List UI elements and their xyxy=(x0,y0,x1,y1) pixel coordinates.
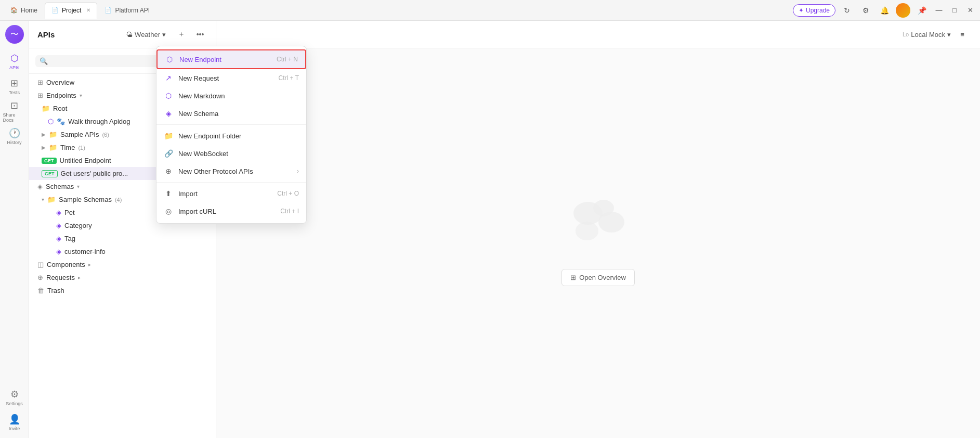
empty-illustration xyxy=(567,194,630,261)
content-header: Lo Local Mock ▾ ≡ xyxy=(216,21,980,48)
dropdown-new-folder[interactable]: 📁 New Endpoint Folder xyxy=(156,127,306,145)
customer-info-label: customer-info xyxy=(64,248,106,255)
tab-project-label: Project xyxy=(62,7,81,14)
sidebar-item-apis[interactable]: ⬡ APIs xyxy=(3,50,26,73)
tree-requests[interactable]: ⊕ Requests ▸ xyxy=(29,271,216,284)
new-schema-label: New Schema xyxy=(178,110,299,118)
get-outline-badge: GET xyxy=(42,170,58,177)
new-markdown-icon: ⬡ xyxy=(164,91,173,100)
workspace-selector[interactable]: 🌤 Weather ▾ xyxy=(122,29,170,41)
search-box[interactable]: 🔍 xyxy=(35,55,172,67)
walkthrough-emoji: 🐾 xyxy=(57,118,65,125)
new-endpoint-icon: ⬡ xyxy=(165,55,174,64)
sample-schemas-count: (4) xyxy=(115,197,122,203)
tab-platform-api-label: Platform API xyxy=(115,7,150,14)
avatar[interactable] xyxy=(896,3,910,18)
nav-bottom: ⚙ Settings 👤 Invite xyxy=(3,386,26,434)
sidebar-item-history[interactable]: 🕐 History xyxy=(3,125,26,148)
tree-trash[interactable]: 🗑 Trash xyxy=(29,284,216,297)
settings-label: Settings xyxy=(6,401,23,406)
svg-point-2 xyxy=(598,212,624,233)
search-input[interactable] xyxy=(50,57,168,65)
tests-icon: ⊞ xyxy=(10,78,18,89)
dropdown-new-schema[interactable]: ◈ New Schema xyxy=(156,105,306,122)
untitled-endpoint-label: Untitled Endpoint xyxy=(60,157,111,164)
sidebar-item-settings[interactable]: ⚙ Settings xyxy=(3,386,26,409)
create-dropdown: ⬡ New Endpoint Ctrl + N ↗ New Request Ct… xyxy=(156,46,307,224)
dropdown-new-markdown[interactable]: ⬡ New Markdown xyxy=(156,87,306,105)
sample-schemas-label: Sample Schemas xyxy=(59,196,112,203)
workspace-label: Weather xyxy=(135,31,160,38)
requests-chevron: ▸ xyxy=(78,275,81,280)
panel-title: APIs xyxy=(37,30,117,39)
walkthrough-label: Walk through Apidog xyxy=(68,118,130,125)
main-layout: 〜 ⬡ APIs ⊞ Tests ⊡ Share Docs 🕐 History … xyxy=(0,21,980,438)
title-bar: 🏠 Home 📄 Project ✕ 📄 Platform API ✦ Upgr… xyxy=(0,0,980,21)
open-overview-icon: ⊞ xyxy=(570,274,576,281)
endpoints-label: Endpoints xyxy=(46,92,76,99)
sidebar-item-tests[interactable]: ⊞ Tests xyxy=(3,75,26,98)
local-mock-button[interactable]: Lo Local Mock ▾ xyxy=(903,31,951,38)
share-docs-icon: ⊡ xyxy=(10,100,18,111)
import-label: Import xyxy=(178,190,272,198)
pet-label: Pet xyxy=(64,209,75,216)
dropdown-new-other-protocol[interactable]: ⊕ New Other Protocol APIs › xyxy=(156,162,306,180)
endpoints-chevron: ▾ xyxy=(80,93,82,98)
tab-project[interactable]: 📄 Project ✕ xyxy=(45,2,97,19)
settings-icon[interactable]: ⚙ xyxy=(858,3,873,18)
new-request-icon: ↗ xyxy=(164,73,173,83)
dropdown-import-curl[interactable]: ◎ Import cURL Ctrl + I xyxy=(156,202,306,220)
apis-icon: ⬡ xyxy=(10,53,19,64)
dropdown-import[interactable]: ⬆ Import Ctrl + O xyxy=(156,185,306,202)
upgrade-icon: ✦ xyxy=(799,7,804,14)
new-folder-icon: 📁 xyxy=(164,131,173,140)
sample-apis-chevron: ▶ xyxy=(42,132,46,137)
new-other-protocol-icon: ⊕ xyxy=(164,166,173,176)
search-icon: 🔍 xyxy=(40,57,48,65)
sample-apis-count: (6) xyxy=(102,132,109,138)
close-tab-icon[interactable]: ✕ xyxy=(86,7,90,13)
get-badge: GET xyxy=(42,158,57,164)
more-options-button[interactable]: ••• xyxy=(193,27,207,42)
sidebar-item-invite[interactable]: 👤 Invite xyxy=(3,411,26,434)
get-users-label: Get users' public pro... xyxy=(61,170,128,177)
upgrade-label: Upgrade xyxy=(806,7,830,14)
tab-platform-api[interactable]: 📄 Platform API xyxy=(98,2,156,19)
tree-components[interactable]: ◫ Components ▸ xyxy=(29,258,216,271)
open-overview-button[interactable]: ⊞ Open Overview xyxy=(561,269,635,286)
close-button[interactable]: ✕ xyxy=(964,5,976,16)
import-curl-label: Import cURL xyxy=(178,208,275,215)
refresh-button[interactable]: ↻ xyxy=(840,3,854,18)
local-mock-chevron-icon: ▾ xyxy=(947,31,951,38)
upgrade-button[interactable]: ✦ Upgrade xyxy=(793,4,835,17)
maximize-button[interactable]: □ xyxy=(949,5,960,16)
notification-icon[interactable]: 🔔 xyxy=(877,3,892,18)
main-content: Lo Local Mock ▾ ≡ ⊞ Open Overview xyxy=(216,21,980,438)
new-websocket-icon: 🔗 xyxy=(164,149,173,158)
dropdown-new-websocket[interactable]: 🔗 New WebSocket xyxy=(156,145,306,162)
tree-tag[interactable]: ◈ Tag xyxy=(29,232,216,245)
sample-schemas-chevron: ▾ xyxy=(42,197,44,202)
menu-button[interactable]: ≡ xyxy=(955,27,970,42)
add-collection-button[interactable]: ＋ xyxy=(174,27,189,42)
minimize-button[interactable]: — xyxy=(933,5,945,16)
new-websocket-label: New WebSocket xyxy=(178,150,299,158)
schemas-label: Schemas xyxy=(46,183,74,190)
tab-home[interactable]: 🏠 Home xyxy=(4,2,44,19)
share-docs-label: Share Docs xyxy=(3,112,26,123)
dropdown-new-request[interactable]: ↗ New Request Ctrl + T xyxy=(156,69,306,87)
new-markdown-label: New Markdown xyxy=(178,92,299,100)
project-icon: 📄 xyxy=(51,7,59,14)
time-chevron: ▶ xyxy=(42,145,46,150)
history-icon: 🕐 xyxy=(9,127,20,139)
sidebar-item-share-docs[interactable]: ⊡ Share Docs xyxy=(3,100,26,123)
empty-state: ⊞ Open Overview xyxy=(561,194,635,286)
tree-customer-info[interactable]: ◈ customer-info xyxy=(29,245,216,258)
dropdown-new-endpoint[interactable]: ⬡ New Endpoint Ctrl + N xyxy=(156,49,306,69)
tests-label: Tests xyxy=(9,90,20,95)
title-bar-right: ✦ Upgrade ↻ ⚙ 🔔 📌 — □ ✕ xyxy=(793,3,976,18)
tab-home-label: Home xyxy=(21,7,37,14)
new-endpoint-shortcut: Ctrl + N xyxy=(277,56,298,63)
divider-2 xyxy=(156,182,306,183)
pin-icon[interactable]: 📌 xyxy=(914,3,929,18)
